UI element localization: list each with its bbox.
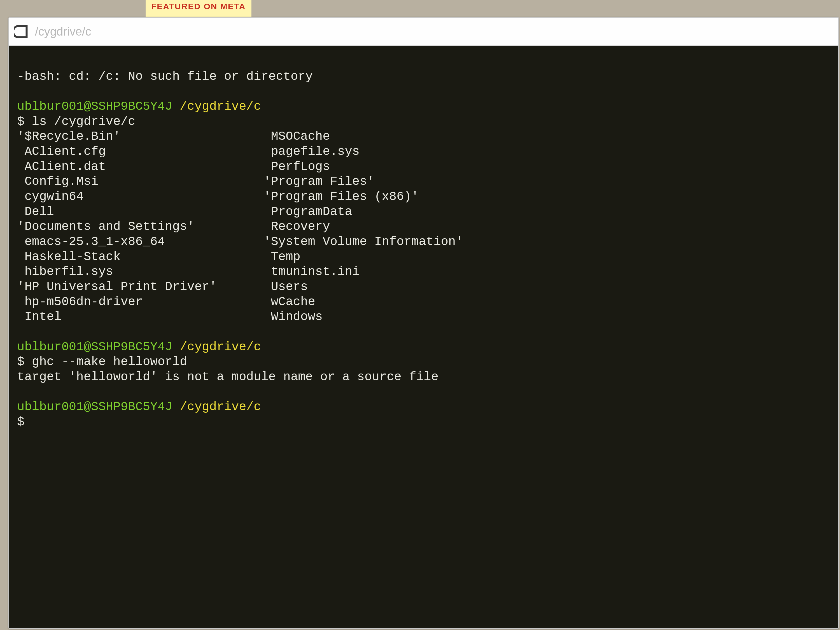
prompt-path: /cygdrive/c	[180, 99, 261, 114]
ls-output: '$Recycle.Bin' AClient.cfg AClient.dat C…	[17, 129, 831, 325]
prompt-user-host: ublbur001@SSHP9BC5Y4J	[17, 99, 172, 114]
ls-column-2: MSOCache pagefile.sys PerfLogs 'Program …	[264, 129, 463, 325]
error-output: -bash: cd: /c: No such file or directory	[17, 69, 313, 84]
window-titlebar[interactable]: /cygdrive/c	[9, 17, 838, 46]
ls-column-1: '$Recycle.Bin' AClient.cfg AClient.dat C…	[17, 129, 264, 325]
window-title: /cygdrive/c	[35, 25, 91, 38]
prompt-symbol: $	[17, 355, 24, 369]
terminal-body[interactable]: -bash: cd: /c: No such file or directory…	[9, 46, 838, 628]
background-meta-banner: FEATURED ON META	[145, 0, 251, 17]
prompt-symbol: $	[17, 115, 24, 128]
command-ls: ls /cygdrive/c	[32, 115, 136, 128]
prompt-user-host: ublbur001@SSHP9BC5Y4J	[17, 400, 172, 414]
command-ghc: ghc --make helloworld	[32, 355, 187, 369]
cygwin-icon	[14, 24, 30, 39]
prompt-path: /cygdrive/c	[180, 400, 261, 414]
prompt-symbol: $	[17, 415, 24, 429]
ghc-error-output: target 'helloworld' is not a module name…	[17, 370, 439, 384]
prompt-user-host: ublbur001@SSHP9BC5Y4J	[17, 340, 172, 354]
prompt-path: /cygdrive/c	[180, 340, 261, 354]
terminal-window: /cygdrive/c -bash: cd: /c: No such file …	[8, 17, 839, 629]
